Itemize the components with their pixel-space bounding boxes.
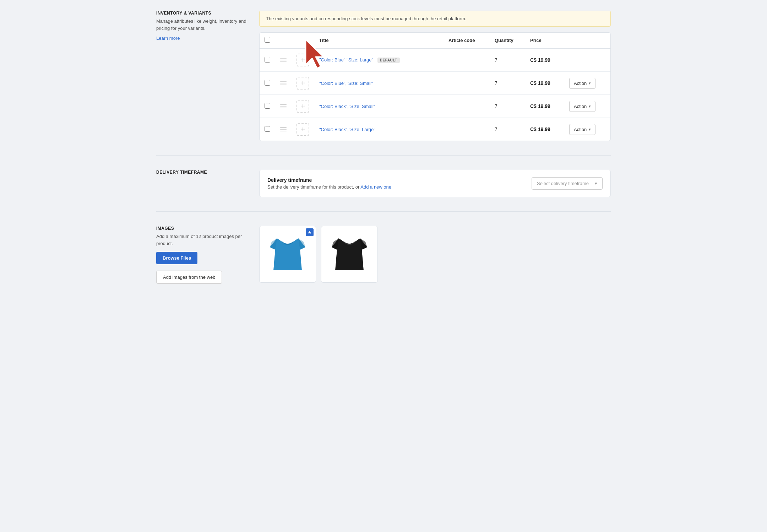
action-button-row2[interactable]: Action ▾ <box>569 78 595 89</box>
table-row: + "Color: Black","Size: Large" 7 <box>260 118 610 141</box>
chevron-down-icon: ▾ <box>595 181 597 186</box>
col-title-header: Title <box>314 33 444 48</box>
delivery-card: Delivery timeframe Set the delivery time… <box>259 170 611 197</box>
quantity-row3: 7 <box>495 103 497 109</box>
table-row: + "Color: Blue","Size: Small" 7 <box>260 72 610 95</box>
product-image-black[interactable] <box>321 226 378 283</box>
variant-title-row4[interactable]: "Color: Black","Size: Large" <box>319 127 375 132</box>
price-row3: C$ 19.99 <box>530 103 550 109</box>
price-row1: C$ 19.99 <box>530 57 550 63</box>
chevron-down-icon: ▾ <box>589 127 591 132</box>
images-grid: ★ <box>259 226 611 283</box>
quantity-row1: 7 <box>495 57 497 63</box>
delivery-select-placeholder: Select delivery timeframe <box>537 181 589 186</box>
delivery-timeframe-select[interactable]: Select delivery timeframe ▾ <box>532 177 603 190</box>
drag-handle[interactable] <box>280 104 287 108</box>
learn-more-link[interactable]: Learn more <box>156 36 180 41</box>
row-checkbox[interactable] <box>265 80 270 86</box>
variants-table: Title Article code Quantity Price <box>260 33 610 141</box>
add-image-button[interactable]: + <box>297 54 309 66</box>
row-checkbox[interactable] <box>265 57 270 63</box>
drag-handle[interactable] <box>280 81 287 85</box>
price-row4: C$ 19.99 <box>530 126 550 132</box>
table-row: + "Color: Black","Size: Small" 7 <box>260 95 610 118</box>
article-code-row4 <box>444 118 490 141</box>
action-button-row4[interactable]: Action ▾ <box>569 124 595 135</box>
select-all-checkbox[interactable] <box>265 37 270 43</box>
col-article-header: Article code <box>444 33 490 48</box>
action-button-row3[interactable]: Action ▾ <box>569 101 595 112</box>
table-row: + "Color: Blue","Size: Lar <box>260 48 610 72</box>
quantity-row4: 7 <box>495 126 497 132</box>
images-section-title: IMAGES <box>156 226 249 231</box>
variant-title-row1[interactable]: "Color: Blue","Size: Large" <box>319 57 373 63</box>
article-code-row2 <box>444 72 490 95</box>
info-banner: The existing variants and corresponding … <box>259 11 611 27</box>
delivery-card-title: Delivery timeframe <box>267 177 391 183</box>
quantity-row2: 7 <box>495 80 497 86</box>
price-row2: C$ 19.99 <box>530 80 550 86</box>
add-new-delivery-link[interactable]: Add a new one <box>360 184 391 190</box>
delivery-section-title: DELIVERY TIMEFRAME <box>156 170 249 175</box>
inventory-section-title: INVENTORY & VARIANTS <box>156 11 249 16</box>
col-quantity-header: Quantity <box>490 33 525 48</box>
blue-tshirt-image <box>266 235 309 274</box>
add-image-button[interactable]: + <box>297 123 309 136</box>
row-checkbox[interactable] <box>265 103 270 109</box>
drag-handle[interactable] <box>280 58 287 62</box>
product-image-blue[interactable]: ★ <box>259 226 316 283</box>
chevron-down-icon: ▾ <box>589 104 591 109</box>
add-image-button[interactable]: + <box>297 77 309 89</box>
variant-title-row3[interactable]: "Color: Black","Size: Small" <box>319 104 375 109</box>
black-tshirt-image <box>328 235 371 274</box>
add-image-button[interactable]: + <box>297 100 309 113</box>
images-section-desc: Add a maximum of 12 product images per p… <box>156 233 249 247</box>
delivery-card-desc: Set the delivery timeframe for this prod… <box>267 184 391 190</box>
row-checkbox[interactable] <box>265 126 270 132</box>
default-image-badge: ★ <box>306 228 314 236</box>
default-badge: DEFAULT <box>377 58 400 63</box>
delivery-card-info: Delivery timeframe Set the delivery time… <box>267 177 391 190</box>
chevron-down-icon: ▾ <box>589 81 591 86</box>
variant-title-row2[interactable]: "Color: Blue","Size: Small" <box>319 81 373 86</box>
article-code-row3 <box>444 95 490 118</box>
article-code-row1 <box>444 48 490 72</box>
add-images-from-web-button[interactable]: Add images from the web <box>156 271 222 284</box>
drag-handle[interactable] <box>280 127 287 131</box>
inventory-section-desc: Manage attributes like weight, inventory… <box>156 18 249 32</box>
col-price-header: Price <box>525 33 564 48</box>
browse-files-button[interactable]: Browse Files <box>156 252 197 264</box>
variants-table-card: Title Article code Quantity Price <box>259 32 611 141</box>
